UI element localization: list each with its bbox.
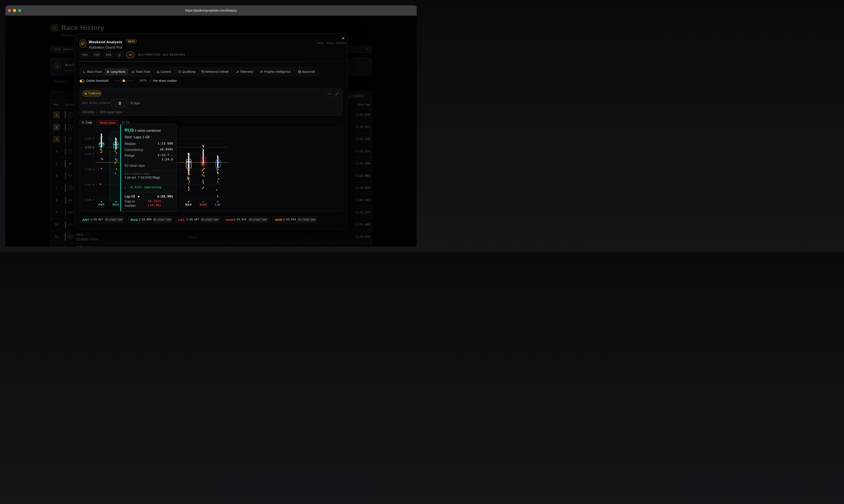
svg-text:BEA: BEA: [185, 203, 192, 206]
svg-text:LIN: LIN: [215, 203, 221, 206]
svg-text:1:22.5: 1:22.5: [85, 137, 94, 140]
svg-text:RB: RB: [68, 199, 72, 202]
svg-text:1:27.0: 1:27.0: [85, 183, 94, 186]
svg-text:1:28.5: 1:28.5: [85, 198, 94, 201]
svg-text:1:23.3: 1:23.3: [85, 146, 94, 149]
svg-text:1:24.0: 1:24.0: [85, 152, 94, 156]
svg-text:BOR: BOR: [200, 203, 207, 206]
svg-text:RUS: RUS: [112, 203, 119, 206]
svg-text:ANT: ANT: [98, 203, 105, 206]
svg-text:1:25.5: 1:25.5: [85, 168, 94, 171]
